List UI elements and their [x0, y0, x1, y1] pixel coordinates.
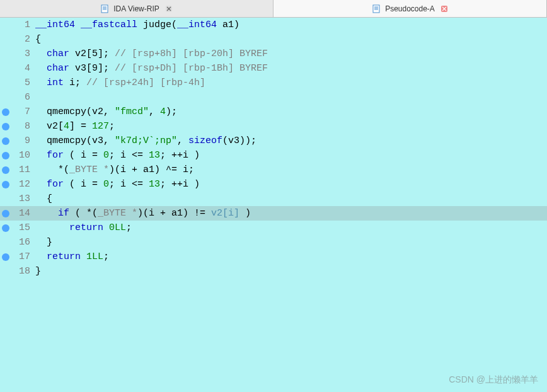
- code-line[interactable]: 2{: [0, 32, 547, 47]
- tab-bar: IDA View-RIP Pseudocode-A: [0, 0, 547, 18]
- code-text: for ( i = 0; i <= 13; ++i ): [35, 177, 547, 192]
- breakpoint-dot-icon: [2, 137, 9, 145]
- breakpoint-gutter[interactable]: [0, 221, 11, 235]
- breakpoint-gutter[interactable]: [0, 250, 11, 264]
- code-text: v2[4] = 127;: [35, 119, 547, 134]
- breakpoint-gutter[interactable]: [0, 235, 11, 250]
- close-icon[interactable]: [164, 4, 173, 13]
- code-line[interactable]: 13 {: [0, 192, 547, 206]
- document-icon: [371, 4, 381, 14]
- code-line[interactable]: 12 for ( i = 0; i <= 13; ++i ): [0, 177, 547, 192]
- line-number: 17: [11, 250, 35, 264]
- line-number: 12: [11, 177, 35, 192]
- tab-label: IDA View-RIP: [113, 4, 159, 13]
- breakpoint-gutter[interactable]: [0, 206, 11, 221]
- breakpoint-dot-icon: [2, 152, 9, 159]
- code-line[interactable]: 11 *(_BYTE *)(i + a1) ^= i;: [0, 163, 547, 177]
- breakpoint-gutter[interactable]: [0, 32, 11, 47]
- breakpoint-dot-icon: [2, 224, 9, 232]
- line-number: 2: [11, 32, 35, 47]
- code-text: {: [35, 192, 547, 206]
- code-line[interactable]: 15 return 0LL;: [0, 221, 547, 235]
- code-line[interactable]: 6: [0, 90, 547, 105]
- code-line[interactable]: 18}: [0, 264, 547, 279]
- line-number: 3: [11, 47, 35, 61]
- line-number: 9: [11, 134, 35, 148]
- code-text: qmemcpy(v3, "k7d;V`;np", sizeof(v3));: [35, 134, 547, 148]
- code-text: {: [35, 32, 547, 47]
- code-text: }: [35, 264, 547, 279]
- breakpoint-gutter[interactable]: [0, 90, 11, 105]
- breakpoint-gutter[interactable]: [0, 47, 11, 61]
- code-line[interactable]: 16 }: [0, 235, 547, 250]
- line-number: 14: [11, 206, 35, 221]
- line-number: 11: [11, 163, 35, 177]
- svg-rect-7: [373, 5, 379, 13]
- tab-label: Pseudocode-A: [385, 4, 435, 13]
- svg-rect-0: [101, 5, 108, 13]
- code-text: if ( *(_BYTE *)(i + a1) != v2[i] ): [35, 206, 547, 221]
- code-line[interactable]: 9 qmemcpy(v3, "k7d;V`;np", sizeof(v3));: [0, 134, 547, 148]
- line-number: 13: [11, 192, 35, 206]
- code-text: *(_BYTE *)(i + a1) ^= i;: [35, 163, 547, 177]
- code-editor[interactable]: 1__int64 __fastcall judge(__int64 a1)2{3…: [0, 18, 547, 392]
- code-text: return 1LL;: [35, 250, 547, 264]
- breakpoint-dot-icon: [2, 123, 9, 130]
- breakpoint-gutter[interactable]: [0, 264, 11, 279]
- line-number: 7: [11, 105, 35, 119]
- code-line[interactable]: 17 return 1LL;: [0, 250, 547, 264]
- close-icon[interactable]: [440, 4, 449, 13]
- breakpoint-gutter[interactable]: [0, 163, 11, 177]
- code-line[interactable]: 14 if ( *(_BYTE *)(i + a1) != v2[i] ): [0, 206, 547, 221]
- code-text: __int64 __fastcall judge(__int64 a1): [35, 18, 547, 32]
- breakpoint-dot-icon: [2, 108, 9, 116]
- tab-pseudocode[interactable]: Pseudocode-A: [274, 0, 547, 17]
- line-number: 5: [11, 76, 35, 90]
- document-icon: [100, 4, 110, 14]
- code-text: int i; // [rsp+24h] [rbp-4h]: [35, 76, 547, 90]
- code-line[interactable]: 7 qmemcpy(v2, "fmcd", 4);: [0, 105, 547, 119]
- breakpoint-gutter[interactable]: [0, 61, 11, 76]
- code-line[interactable]: 5 int i; // [rsp+24h] [rbp-4h]: [0, 76, 547, 90]
- code-text: }: [35, 235, 547, 250]
- code-line[interactable]: 4 char v3[9]; // [rsp+Dh] [rbp-1Bh] BYRE…: [0, 61, 547, 76]
- code-line[interactable]: 8 v2[4] = 127;: [0, 119, 547, 134]
- line-number: 1: [11, 18, 35, 32]
- code-lines: 1__int64 __fastcall judge(__int64 a1)2{3…: [0, 18, 547, 392]
- code-text: return 0LL;: [35, 221, 547, 235]
- breakpoint-dot-icon: [2, 253, 9, 261]
- code-line[interactable]: 10 for ( i = 0; i <= 13; ++i ): [0, 148, 547, 163]
- tab-ida-view[interactable]: IDA View-RIP: [0, 0, 274, 17]
- code-text: for ( i = 0; i <= 13; ++i ): [35, 148, 547, 163]
- breakpoint-gutter[interactable]: [0, 76, 11, 90]
- breakpoint-dot-icon: [2, 166, 9, 174]
- breakpoint-gutter[interactable]: [0, 177, 11, 192]
- code-text: char v2[5]; // [rsp+8h] [rbp-20h] BYREF: [35, 47, 547, 61]
- code-text: qmemcpy(v2, "fmcd", 4);: [35, 105, 547, 119]
- line-number: 16: [11, 235, 35, 250]
- line-number: 15: [11, 221, 35, 235]
- line-number: 4: [11, 61, 35, 76]
- line-number: 10: [11, 148, 35, 163]
- code-line[interactable]: 3 char v2[5]; // [rsp+8h] [rbp-20h] BYRE…: [0, 47, 547, 61]
- breakpoint-dot-icon: [2, 210, 9, 217]
- code-text: char v3[9]; // [rsp+Dh] [rbp-1Bh] BYREF: [35, 61, 547, 76]
- breakpoint-dot-icon: [2, 181, 9, 188]
- code-line[interactable]: 1__int64 __fastcall judge(__int64 a1): [0, 18, 547, 32]
- breakpoint-gutter[interactable]: [0, 18, 11, 32]
- breakpoint-gutter[interactable]: [0, 192, 11, 206]
- line-number: 6: [11, 90, 35, 105]
- breakpoint-gutter[interactable]: [0, 119, 11, 134]
- code-text: [35, 90, 547, 105]
- breakpoint-gutter[interactable]: [0, 134, 11, 148]
- breakpoint-gutter[interactable]: [0, 148, 11, 163]
- line-number: 8: [11, 119, 35, 134]
- line-number: 18: [11, 264, 35, 279]
- breakpoint-gutter[interactable]: [0, 105, 11, 119]
